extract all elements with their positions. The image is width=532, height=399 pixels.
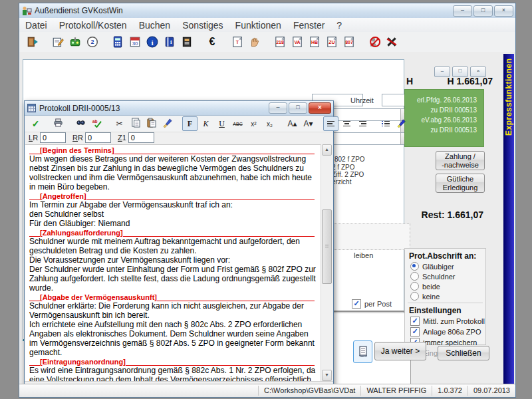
align-center-button[interactable] (339, 116, 354, 131)
express-functions-strip[interactable]: Expressfunktionen (503, 54, 514, 384)
scroll-thumb[interactable] (322, 209, 332, 284)
italic-button[interactable]: K (198, 116, 213, 131)
superscript-icon: x² (251, 120, 256, 128)
radio-icon[interactable] (410, 262, 419, 271)
calendar-button[interactable]: 30 (127, 34, 143, 50)
schliessen-button[interactable]: Schließen (438, 346, 489, 360)
superscript-button[interactable]: x² (246, 116, 261, 131)
delete-icon (386, 36, 398, 48)
fragment-label: Ziff. 2 ZPO (332, 171, 364, 178)
dialog-titlebar[interactable]: Protokoll DRII-0005/13 – □ × (25, 101, 333, 116)
italic-icon: K (203, 119, 208, 129)
checkbox-icon[interactable]: ✓ (410, 317, 420, 326)
clock-button[interactable]: 2 (84, 34, 100, 50)
subscript-icon: x₂ (267, 120, 273, 128)
checkbox-label: Anlage 806a ZPO (423, 328, 481, 336)
app-titlebar[interactable]: Außendienst GVKostWin – □ × (19, 3, 515, 19)
format-painter-button[interactable] (160, 116, 175, 131)
radio-icon[interactable] (410, 282, 419, 291)
menu-item-funktionen[interactable]: Funktionen (229, 20, 287, 31)
tools-button[interactable] (67, 34, 83, 50)
doc-t-button[interactable]: T (229, 34, 245, 50)
radio-option-beide[interactable]: beide (410, 282, 485, 291)
header-underline (126, 358, 315, 366)
scroll-down-button[interactable]: ▼ (322, 370, 332, 381)
header-underline (114, 147, 315, 154)
doc-zu-button[interactable]: ZU (324, 34, 340, 50)
align-left-button[interactable] (323, 116, 338, 131)
confirm-button[interactable]: ✓ (28, 116, 43, 131)
radio-option-keine[interactable]: keine (410, 292, 485, 301)
menu-item-fenster[interactable]: Fenster (287, 20, 331, 31)
font-larger-button[interactable]: A▴ (285, 116, 300, 131)
paste-button[interactable] (144, 116, 159, 131)
ja-weiter-button[interactable]: Ja weiter > (374, 342, 426, 360)
maximize-button[interactable]: □ (473, 5, 493, 17)
subscript-button[interactable]: x₂ (262, 116, 277, 131)
bullet-list-button[interactable] (378, 116, 393, 131)
radio-option-schuldner[interactable]: Schuldner (410, 272, 485, 281)
fragment-label: 802 f ZPO (334, 156, 365, 163)
bold-button[interactable]: F (182, 116, 198, 131)
doc-va-button[interactable]: VA (289, 34, 305, 50)
dialog-close-button[interactable]: × (309, 102, 331, 114)
doc-218-button[interactable]: 218 (272, 34, 288, 50)
doc-hb-button[interactable]: HB (307, 34, 323, 50)
settings-group-title: Einstellungen (409, 306, 485, 315)
rr-input[interactable]: 0 (85, 132, 111, 143)
close-button[interactable]: × (494, 5, 513, 17)
scroll-up-button[interactable]: ▲ (322, 144, 332, 156)
cut-button[interactable]: ✂ (112, 116, 127, 131)
lr-input[interactable]: 0 (40, 132, 66, 143)
editor-scrollbar[interactable]: ▲ ▼ (321, 144, 332, 381)
highlight-button[interactable] (394, 116, 409, 131)
copy-button[interactable] (128, 116, 143, 131)
menu-item-protokollkosten[interactable]: Protokoll/Kosten (53, 20, 133, 31)
find-button[interactable] (73, 116, 88, 131)
spellcheck-button[interactable]: ab (89, 116, 104, 131)
svg-text:2: 2 (90, 39, 94, 45)
radio-icon[interactable] (410, 272, 419, 281)
radio-option-gläubiger[interactable]: Gläubiger (410, 262, 485, 271)
per-post-row[interactable]: ✓ per Post (352, 299, 392, 309)
menu-item-buchen[interactable]: Buchen (133, 20, 176, 31)
radio-icon[interactable] (410, 292, 419, 301)
checkbox-icon[interactable]: ✓ (410, 327, 420, 336)
z1-input[interactable]: 0 (128, 132, 154, 143)
manual-button[interactable]: i (162, 34, 178, 50)
protocol-text-editor[interactable]: [Beginn des Termins]Um wegen dieses Betr… (25, 144, 321, 381)
header-underline (29, 193, 40, 200)
checkbox-option[interactable]: ✓Anlage 806a ZPO (410, 327, 485, 336)
section-header-text: [Beginn des Termins] (40, 146, 114, 154)
calculator-button[interactable] (110, 34, 126, 50)
payment-button[interactable]: Zahlung / -nachweise (436, 151, 485, 170)
minimize-button[interactable]: – (453, 5, 472, 17)
delete-button[interactable] (384, 34, 400, 50)
print-button[interactable] (51, 116, 66, 131)
edit-notes-button[interactable] (50, 34, 66, 50)
hand-button[interactable] (247, 34, 263, 50)
doc-807-button[interactable]: 807 (341, 34, 357, 50)
menu-item-sonstiges[interactable]: Sonstiges (176, 20, 229, 31)
align-right-button[interactable] (355, 116, 370, 131)
z1-label: Z1 (118, 134, 126, 142)
strikethrough-button[interactable]: ABC (230, 116, 245, 131)
rr-field: RR0 (72, 132, 111, 143)
menu-item-datei[interactable]: Datei (19, 20, 53, 31)
per-post-checkbox[interactable]: ✓ (352, 299, 361, 309)
euro-button[interactable]: € (204, 34, 220, 50)
address-book-button[interactable] (179, 34, 195, 50)
checkbox-option[interactable]: ✓Mittl. zum Protokoll (410, 317, 485, 326)
info-button[interactable]: i (144, 34, 160, 50)
exit-button[interactable] (25, 34, 41, 50)
no-debtor-button[interactable] (366, 34, 382, 50)
header-underline (86, 193, 315, 200)
dialog-maximize-button[interactable]: □ (289, 102, 307, 114)
underline-button[interactable]: U (214, 116, 229, 131)
section-header: [Eintragungsanordnung] (29, 357, 319, 366)
font-smaller-button[interactable]: A▾ (301, 116, 316, 131)
dialog-minimize-button[interactable]: – (269, 102, 287, 114)
menu-item-?[interactable]: ? (331, 20, 348, 31)
print-protocol-button[interactable] (353, 340, 372, 363)
amicable-settlement-button[interactable]: Gütliche Erledigung (436, 174, 485, 193)
